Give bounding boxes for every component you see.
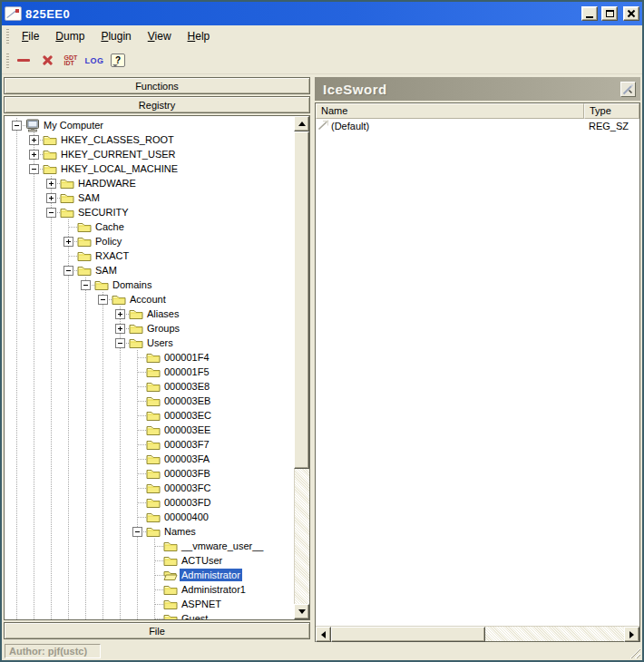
tree-node-label[interactable]: Aliases <box>145 307 181 320</box>
tree-node-label[interactable]: Names <box>162 525 198 538</box>
value-row--default-[interactable]: (Default)REG_SZ <box>316 119 639 132</box>
tree-node-000003f7[interactable]: 000003F7 <box>8 437 309 452</box>
remove-button[interactable] <box>14 50 34 72</box>
tree-node-users[interactable]: Users <box>8 336 309 350</box>
tree-node-cache[interactable]: Cache <box>8 219 309 234</box>
tree-node-label[interactable]: 000001F5 <box>162 365 211 378</box>
tree-node-000001f4[interactable]: 000001F4 <box>8 350 309 365</box>
file-button[interactable]: File <box>4 622 310 639</box>
tree-node--vmware-user-[interactable]: __vmware_user__ <box>8 539 309 553</box>
collapse-toggle[interactable] <box>12 121 22 131</box>
menu-dump[interactable]: Dump <box>47 27 93 45</box>
tree-node-label[interactable]: 000001F4 <box>162 351 211 364</box>
tree-node-label[interactable]: Cache <box>93 220 126 233</box>
functions-button[interactable]: Functions <box>4 77 310 94</box>
tree-node-sam[interactable]: SAM <box>8 263 309 277</box>
tree-node-000003fa[interactable]: 000003FA <box>8 452 309 466</box>
help-button[interactable]: ? <box>108 50 128 72</box>
tree-node-hardware[interactable]: HARDWARE <box>8 176 309 190</box>
tree-node-label[interactable]: ACTUser <box>180 554 224 567</box>
maximize-button[interactable] <box>601 6 618 21</box>
tree-node-guest[interactable]: Guest <box>8 611 309 620</box>
collapse-toggle[interactable] <box>29 164 39 174</box>
menu-view[interactable]: View <box>140 27 180 45</box>
menu-gripper[interactable] <box>6 29 9 44</box>
tree-node-my-computer[interactable]: My Computer <box>8 118 309 132</box>
expand-toggle[interactable] <box>46 193 56 203</box>
tree-node-groups[interactable]: Groups <box>8 321 309 336</box>
toolbar-gripper[interactable] <box>6 54 9 68</box>
collapse-toggle[interactable] <box>115 338 125 348</box>
tree-node-label[interactable]: ASPNET <box>180 598 223 610</box>
tree-node-label[interactable]: 000003FD <box>162 496 212 509</box>
scroll-up-button[interactable] <box>294 116 309 131</box>
tree-node-actuser[interactable]: ACTUser <box>8 553 309 568</box>
gdt-idt-button[interactable]: GDTIDT <box>61 50 81 72</box>
tree-node-hkey-current-user[interactable]: HKEY_CURRENT_USER <box>8 147 309 161</box>
tree-node-policy[interactable]: Policy <box>8 234 309 248</box>
tree-node-label[interactable]: 000003EE <box>162 423 212 436</box>
collapse-toggle[interactable] <box>132 527 142 537</box>
scrollbar-thumb[interactable] <box>294 131 309 469</box>
tree-node-label[interactable]: SAM <box>76 191 102 204</box>
tree-node-label[interactable]: SAM <box>93 264 119 277</box>
tree-node-label[interactable]: 000003FB <box>162 467 212 480</box>
tree-node-label[interactable]: HKEY_CLASSES_ROOT <box>59 133 176 146</box>
tree-node-administrator[interactable]: Administrator <box>8 568 309 582</box>
tree-node-label[interactable]: Guest <box>180 612 210 620</box>
expand-toggle[interactable] <box>29 150 39 160</box>
scrollbar-thumb[interactable] <box>331 627 485 642</box>
tree-node-domains[interactable]: Domains <box>8 277 309 292</box>
column-header-name[interactable]: Name <box>316 103 584 119</box>
tree-vertical-scrollbar[interactable] <box>294 116 309 619</box>
resize-grip[interactable] <box>629 647 640 658</box>
tree-node-000003ec[interactable]: 000003EC <box>8 408 309 423</box>
tree-node-000003ee[interactable]: 000003EE <box>8 423 309 437</box>
tree-node-000003fd[interactable]: 000003FD <box>8 495 309 510</box>
collapse-toggle[interactable] <box>98 295 108 305</box>
tree-node-rxact[interactable]: RXACT <box>8 248 309 263</box>
list-horizontal-scrollbar[interactable] <box>316 626 639 641</box>
menu-file[interactable]: File <box>14 27 47 45</box>
tree-node-label[interactable]: Users <box>145 336 175 349</box>
tree-node-hkey-local-machine[interactable]: HKEY_LOCAL_MACHINE <box>8 161 309 176</box>
tree-node-label[interactable]: SECURITY <box>76 206 131 219</box>
log-button[interactable]: LOG <box>84 50 104 72</box>
tree-node-label[interactable]: Groups <box>145 322 181 335</box>
column-header-type[interactable]: Type <box>584 103 639 119</box>
tree-node-label[interactable]: 000003EB <box>162 394 212 407</box>
tree-node-label[interactable]: HKEY_CURRENT_USER <box>59 148 178 161</box>
tree-node-000003eb[interactable]: 000003EB <box>8 394 309 408</box>
delete-button[interactable] <box>37 50 57 72</box>
tree-node-security[interactable]: SECURITY <box>8 205 309 219</box>
tree-node-000001f5[interactable]: 000001F5 <box>8 365 309 379</box>
tree-node-label[interactable]: Domains <box>111 278 153 291</box>
tree-node-label[interactable]: HARDWARE <box>76 177 138 190</box>
expand-toggle[interactable] <box>29 135 39 145</box>
expand-toggle[interactable] <box>63 237 73 247</box>
tree-node-label[interactable]: Account <box>128 293 168 306</box>
tree-node-label[interactable]: 000003FA <box>162 453 211 465</box>
collapse-toggle[interactable] <box>63 266 73 276</box>
menu-help[interactable]: Help <box>180 27 219 45</box>
tree-node-account[interactable]: Account <box>8 292 309 307</box>
title-bar[interactable]: 825EE0 <box>2 2 642 25</box>
tree-node-label[interactable]: Administrator1 <box>180 583 248 596</box>
minimize-button[interactable] <box>581 6 598 21</box>
tree-node-label[interactable]: 000003FC <box>162 482 212 494</box>
tree-node-label[interactable]: HKEY_LOCAL_MACHINE <box>59 162 180 175</box>
tree-node-00000400[interactable]: 00000400 <box>8 510 309 524</box>
tree-node-administrator1[interactable]: Administrator1 <box>8 582 309 597</box>
expand-toggle[interactable] <box>115 324 125 334</box>
app-icon[interactable] <box>5 6 22 21</box>
tree-node-label[interactable]: RXACT <box>93 249 131 262</box>
tree-node-label[interactable]: Administrator <box>180 569 242 581</box>
collapse-toggle[interactable] <box>81 280 91 290</box>
tree-node-label[interactable]: My Computer <box>42 119 105 131</box>
expand-toggle[interactable] <box>46 179 56 189</box>
tree-node-sam[interactable]: SAM <box>8 190 309 205</box>
tree-node-hkey-classes-root[interactable]: HKEY_CLASSES_ROOT <box>8 132 309 147</box>
tree-node-label[interactable]: Policy <box>93 235 123 248</box>
collapse-toggle[interactable] <box>46 208 56 218</box>
scroll-down-button[interactable] <box>294 604 309 619</box>
